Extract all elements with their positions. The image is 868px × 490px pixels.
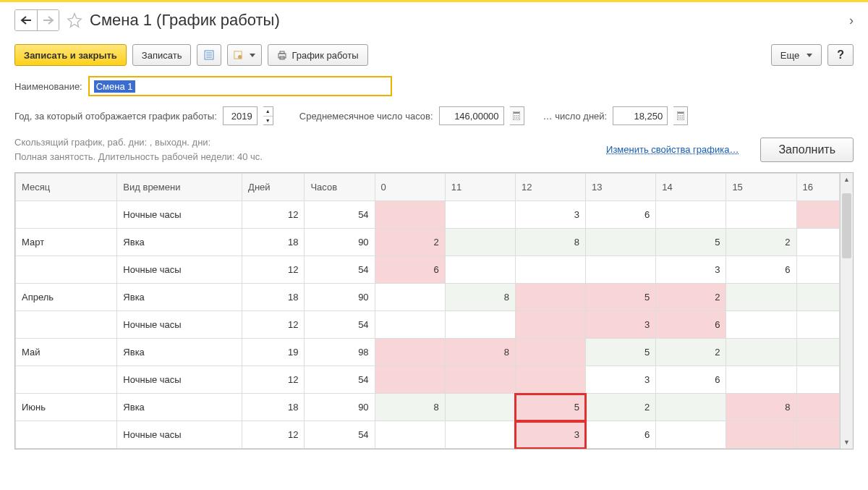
day-cell[interactable]: [586, 229, 656, 256]
day-cell[interactable]: [796, 284, 839, 311]
change-properties-link[interactable]: Изменить свойства графика…: [606, 144, 739, 155]
table-row[interactable]: Ночные часы125436: [16, 421, 840, 449]
day-cell[interactable]: [375, 284, 445, 311]
table-row[interactable]: Ночные часы125436: [16, 201, 840, 229]
avg-hours-input[interactable]: 146,00000: [439, 106, 504, 125]
col-header[interactable]: 0: [375, 174, 445, 201]
table-row[interactable]: Ночные часы1254636: [16, 256, 840, 284]
day-cell[interactable]: [445, 201, 515, 229]
day-cell[interactable]: 2: [656, 284, 726, 311]
day-cell[interactable]: [726, 421, 796, 449]
vertical-scrollbar[interactable]: ▲ ▼: [840, 173, 853, 449]
day-cell[interactable]: 3: [515, 421, 585, 449]
day-cell[interactable]: 6: [656, 311, 726, 339]
day-cell[interactable]: 5: [586, 339, 656, 366]
day-cell[interactable]: [726, 339, 796, 366]
day-cell[interactable]: 3: [586, 311, 656, 339]
help-button[interactable]: ?: [827, 44, 854, 66]
day-cell[interactable]: [515, 366, 585, 394]
day-cell[interactable]: [726, 366, 796, 394]
day-cell[interactable]: [796, 339, 839, 366]
day-cell[interactable]: 8: [445, 339, 515, 366]
back-button[interactable]: [15, 10, 37, 30]
avg-days-input[interactable]: 18,250: [613, 106, 668, 125]
forward-button[interactable]: [37, 10, 59, 30]
day-cell[interactable]: 5: [586, 284, 656, 311]
day-cell[interactable]: [445, 394, 515, 421]
day-cell[interactable]: [656, 421, 726, 449]
col-header[interactable]: Дней: [242, 174, 305, 201]
day-cell[interactable]: [445, 366, 515, 394]
table-row[interactable]: ИюньЯвка18908528: [16, 394, 840, 421]
day-cell[interactable]: [796, 201, 839, 229]
day-cell[interactable]: [515, 256, 585, 284]
day-cell[interactable]: 6: [586, 421, 656, 449]
day-cell[interactable]: [375, 421, 445, 449]
day-cell[interactable]: 6: [586, 201, 656, 229]
day-cell[interactable]: [726, 201, 796, 229]
col-header[interactable]: 14: [656, 174, 726, 201]
day-cell[interactable]: [375, 366, 445, 394]
col-header[interactable]: 12: [515, 174, 585, 201]
day-cell[interactable]: [515, 311, 585, 339]
day-cell[interactable]: [445, 256, 515, 284]
day-cell[interactable]: [515, 339, 585, 366]
col-header[interactable]: Вид времени: [117, 174, 242, 201]
table-row[interactable]: АпрельЯвка1890852: [16, 284, 840, 311]
table-row[interactable]: Ночные часы125436: [16, 311, 840, 339]
year-spinner[interactable]: ▲▼: [263, 106, 273, 125]
day-cell[interactable]: 6: [375, 256, 445, 284]
day-cell[interactable]: [445, 229, 515, 256]
col-header[interactable]: Часов: [305, 174, 375, 201]
day-cell[interactable]: [796, 366, 839, 394]
day-cell[interactable]: 8: [515, 229, 585, 256]
day-cell[interactable]: 2: [656, 339, 726, 366]
day-cell[interactable]: [796, 256, 839, 284]
table-row[interactable]: МайЯвка1998852: [16, 339, 840, 366]
day-cell[interactable]: [445, 421, 515, 449]
day-cell[interactable]: [726, 284, 796, 311]
schedule-button[interactable]: График работы: [268, 44, 367, 66]
day-cell[interactable]: [796, 311, 839, 339]
calculator-icon[interactable]: [673, 106, 688, 125]
day-cell[interactable]: 6: [726, 256, 796, 284]
day-cell[interactable]: 3: [586, 366, 656, 394]
col-header[interactable]: 15: [726, 174, 796, 201]
day-cell[interactable]: 5: [656, 229, 726, 256]
day-cell[interactable]: [656, 394, 726, 421]
day-cell[interactable]: 2: [586, 394, 656, 421]
day-cell[interactable]: [586, 256, 656, 284]
close-icon[interactable]: ›: [849, 13, 854, 28]
schedule-table[interactable]: МесяцВид времениДнейЧасов0111213141516Но…: [14, 172, 854, 449]
day-cell[interactable]: 5: [515, 394, 585, 421]
day-cell[interactable]: 2: [726, 229, 796, 256]
scroll-up-icon[interactable]: ▲: [841, 173, 853, 186]
day-cell[interactable]: [656, 201, 726, 229]
day-cell[interactable]: [375, 339, 445, 366]
calculator-icon[interactable]: [510, 106, 524, 125]
settings-icon-button[interactable]: [227, 44, 262, 66]
col-header[interactable]: Месяц: [16, 174, 117, 201]
day-cell[interactable]: [796, 394, 839, 421]
list-icon-button[interactable]: [197, 44, 221, 66]
scroll-down-icon[interactable]: ▼: [841, 436, 853, 449]
fill-button[interactable]: Заполнить: [760, 138, 854, 162]
day-cell[interactable]: [515, 284, 585, 311]
col-header[interactable]: 13: [586, 174, 656, 201]
table-row[interactable]: Ночные часы125436: [16, 366, 840, 394]
table-row[interactable]: МартЯвка18902852: [16, 229, 840, 256]
day-cell[interactable]: [375, 311, 445, 339]
day-cell[interactable]: 6: [656, 366, 726, 394]
save-and-close-button[interactable]: Записать и закрыть: [14, 44, 127, 66]
year-input[interactable]: 2019: [223, 106, 258, 125]
day-cell[interactable]: 3: [515, 201, 585, 229]
day-cell[interactable]: 8: [375, 394, 445, 421]
day-cell[interactable]: [445, 311, 515, 339]
day-cell[interactable]: [726, 311, 796, 339]
col-header[interactable]: 16: [796, 174, 839, 201]
day-cell[interactable]: [796, 421, 839, 449]
day-cell[interactable]: 8: [726, 394, 796, 421]
day-cell[interactable]: [796, 229, 839, 256]
day-cell[interactable]: 8: [445, 284, 515, 311]
star-icon[interactable]: [67, 12, 82, 28]
